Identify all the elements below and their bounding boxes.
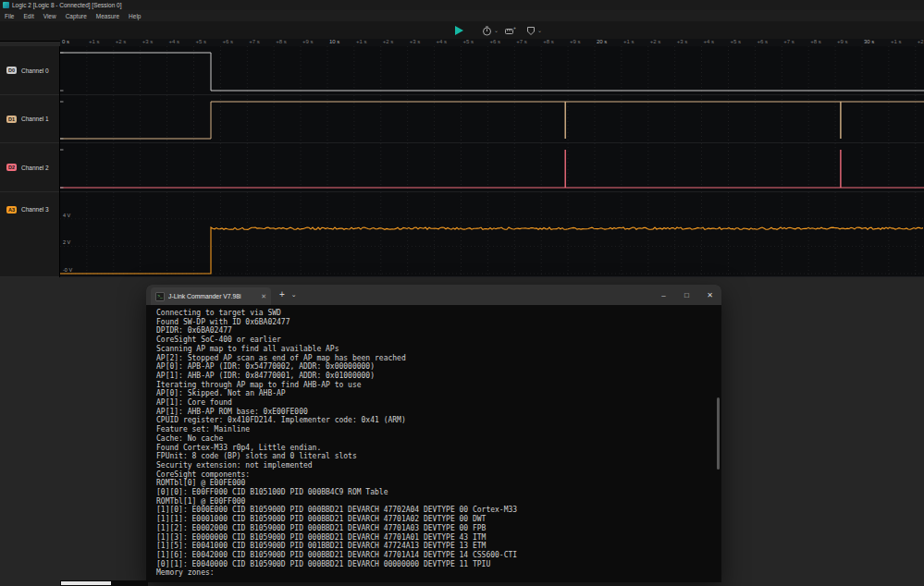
ruler-tick-label: +2 s	[650, 39, 661, 44]
terminal-line: AP[1]: AHB-AP (IDR: 0x84770001, ADDR: 0x…	[156, 372, 721, 381]
terminal-line: FPUnit: 8 code (BP) slots and 0 literal …	[156, 452, 721, 461]
ruler-tick-label: +4 s	[169, 39, 180, 44]
ruler-tick-label: +1 s	[89, 39, 100, 44]
ruler-tick-label: +8 s	[810, 39, 821, 44]
terminal-line: AP[0]: APB-AP (IDR: 0x54770002, ADDR: 0x…	[156, 362, 721, 372]
timeline-ruler[interactable]: 0 s+1 s+2 s+3 s+4 s+5 s+6 s+7 s+8 s+9 s1…	[60, 39, 924, 46]
menu-item-view[interactable]: View	[43, 13, 56, 19]
terminal-line: Memory zones:	[156, 568, 721, 578]
tab-close-icon[interactable]: ✕	[261, 293, 266, 300]
terminal-line: AP[1]: Core found	[156, 398, 721, 408]
channel-label-row-d2[interactable]: D2Channel 2	[0, 143, 59, 192]
waveform-row-d2[interactable]	[60, 143, 924, 192]
ruler-tick-label: 20 s	[597, 39, 607, 44]
timer-icon	[482, 26, 492, 36]
taskbar-fragment	[61, 581, 111, 585]
ruler-tick-label: +6 s	[757, 39, 768, 44]
terminal-line: AP[1]: AHB-AP ROM base: 0xE00FE000	[156, 408, 721, 417]
channel-sidebar: D0Channel 0D1Channel 1D2Channel 2A3Chann…	[0, 46, 60, 277]
ruler-tick-label: +8 s	[543, 39, 554, 44]
terminal-line: CoreSight SoC-400 or earlier	[156, 336, 721, 345]
terminal-line: [1][6]: E0042000 CID B105900D PID 000BBD…	[156, 551, 721, 560]
terminal-tab-title: J-Link Commander V7.98i	[168, 293, 257, 299]
terminal-titlebar[interactable]: >_ J-Link Commander V7.98i ✕ + ⌄ – □ ✕	[146, 285, 721, 305]
terminal-line: Iterating through AP map to find AHB-AP …	[156, 381, 721, 390]
play-button[interactable]	[455, 23, 463, 38]
close-button[interactable]: ✕	[698, 285, 721, 305]
channel-name: Channel 2	[21, 165, 49, 171]
waveform-row-a3[interactable]: 4 V2 V-0 V	[60, 192, 924, 277]
chevron-down-icon: ⌄	[537, 28, 542, 33]
channel-name: Channel 1	[21, 116, 49, 122]
ruler-tick-label: +5 s	[196, 39, 207, 44]
ruler-tick-label: +1 s	[356, 39, 367, 44]
waveform-area[interactable]: 4 V2 V-0 V	[60, 46, 924, 277]
terminal-line: CoreSight components:	[156, 470, 721, 480]
ruler-tick-label: +7 s	[249, 39, 260, 44]
ruler-tick-label: +5 s	[463, 39, 474, 44]
terminal-line: [0][1]: E0040000 CID B105900D PID 000BBD…	[156, 560, 721, 569]
annotations-button[interactable]: ⌄	[526, 23, 542, 38]
terminal-line: [1][2]: E0002000 CID B105900D PID 000BBD…	[156, 524, 721, 533]
menu-item-edit[interactable]: Edit	[23, 13, 33, 19]
ruler-tick-label: +2 s	[116, 39, 127, 44]
terminal-line: [1][5]: E0041000 CID B105900D PID 001BBD…	[156, 542, 721, 551]
waveform-plot-d2	[60, 143, 924, 192]
new-tab-button[interactable]: +	[279, 290, 285, 299]
ruler-tick-label: +7 s	[783, 39, 795, 44]
minimize-button[interactable]: –	[652, 285, 675, 305]
ruler-tick-label: +2 s	[383, 39, 394, 44]
terminal-line: [1][0]: E000E000 CID B105900D PID 000BBD…	[156, 506, 721, 515]
ruler-tick-label: +5 s	[731, 39, 742, 44]
ruler-tick-label: +4 s	[437, 39, 448, 44]
channel-label-row-d1[interactable]: D1Channel 1	[0, 95, 59, 143]
menu-item-help[interactable]: Help	[129, 13, 141, 19]
terminal-body[interactable]: Connecting to target via SWDFound SW-DP …	[146, 305, 721, 582]
window-titlebar: Logic 2 [Logic 8 - Connected] [Session 0…	[0, 0, 924, 10]
ruler-tick-label: +8 s	[276, 39, 287, 44]
channel-label-row-a3[interactable]: A3Channel 3	[0, 192, 59, 277]
play-icon	[455, 26, 463, 35]
ruler-tick-label: +7 s	[516, 39, 527, 44]
menu-item-file[interactable]: File	[5, 13, 14, 19]
terminal-window[interactable]: >_ J-Link Commander V7.98i ✕ + ⌄ – □ ✕ C…	[146, 285, 721, 582]
channel-label-row-d0[interactable]: D0Channel 0	[0, 46, 59, 95]
terminal-line: CPUID register: 0x410FD214. Implementer …	[156, 416, 721, 425]
ruler-tick-label: +1 s	[891, 39, 902, 44]
terminal-line: ROMTbl[0] @ E00FE000	[156, 479, 721, 488]
plus-glyph: +	[513, 26, 516, 31]
ruler-tick-label: +9 s	[302, 39, 314, 44]
ruler-tick-label: +3 s	[677, 39, 688, 44]
terminal-tab[interactable]: >_ J-Link Commander V7.98i ✕	[151, 287, 271, 305]
window-title: Logic 2 [Logic 8 - Connected] [Session 0…	[12, 2, 122, 8]
terminal-scrollbar[interactable]	[717, 397, 720, 470]
waveform-row-d1[interactable]	[60, 95, 924, 143]
ruler-tick-label: 30 s	[864, 39, 874, 44]
ruler-tick-label: +4 s	[704, 39, 715, 44]
tab-dropdown-icon[interactable]: ⌄	[291, 291, 297, 299]
capture-timer-button[interactable]: ⌄	[482, 23, 499, 38]
terminal-line: DPIDR: 0x6BA02477	[156, 326, 721, 336]
flag-icon	[526, 26, 536, 36]
ruler-tick-label: +9 s	[570, 39, 581, 44]
channel-badge: A3	[6, 206, 17, 214]
menu-item-capture[interactable]: Capture	[66, 13, 87, 19]
ruler-tick-label: 0 s	[62, 39, 69, 44]
ruler-tick-label: +6 s	[489, 39, 500, 44]
maximize-button[interactable]: □	[675, 285, 698, 305]
terminal-line: Scanning AP map to find all available AP…	[156, 345, 721, 354]
terminal-line: Feature set: Mainline	[156, 425, 721, 434]
terminal-line: AP[2]: Stopped AP scan as end of AP map …	[156, 354, 721, 363]
ruler-tick-label: +1 s	[623, 39, 634, 44]
jlink-icon: >_	[155, 292, 165, 301]
terminal-line: [0][0]: E00FF000 CID B105100D PID 000BB4…	[156, 488, 721, 497]
ruler-tick-label: 10 s	[329, 39, 339, 44]
add-measurement-button[interactable]: +	[505, 23, 516, 38]
menu-item-measure[interactable]: Measure	[96, 13, 119, 19]
terminal-line: [1][3]: E0000000 CID B105900D PID 000BBD…	[156, 533, 721, 543]
waveform-row-d0[interactable]	[60, 46, 924, 95]
measurement-icon: +	[505, 26, 516, 36]
waveform-plot-d1	[60, 95, 924, 143]
ruler-tick-label: +6 s	[222, 39, 233, 44]
terminal-line: ROMTbl[1] @ E00FF000	[156, 497, 721, 507]
